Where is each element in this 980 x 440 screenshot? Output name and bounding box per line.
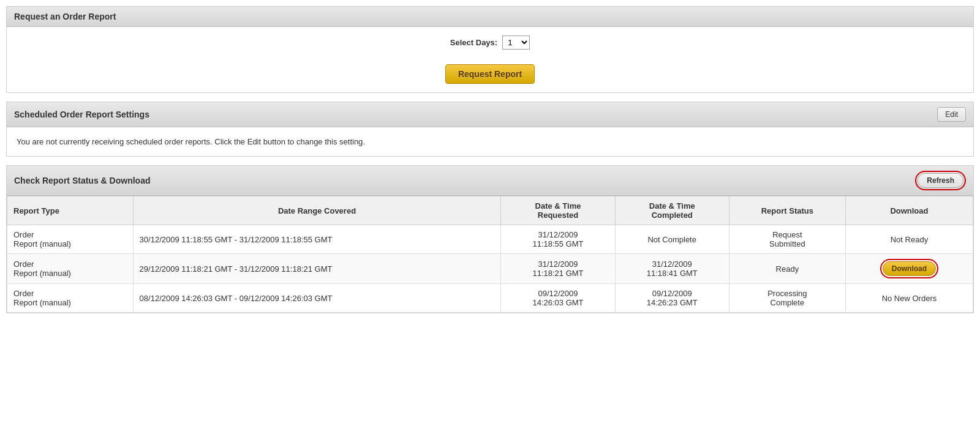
cell-report-type: Order Report (manual) [7,254,134,284]
cell-date-requested: 31/12/2009 11:18:21 GMT [501,254,615,284]
refresh-button[interactable]: Refresh [918,173,963,188]
download-button[interactable]: Download [883,261,936,276]
check-report-title: Check Report Status & Download [14,176,150,185]
cell-date-completed: 09/12/2009 14:26:23 GMT [615,284,729,313]
col-header-report-status: Report Status [729,196,845,225]
days-select[interactable]: 1 2 3 7 14 30 [502,35,530,50]
select-days-row: Select Days: 1 2 3 7 14 30 [7,27,973,58]
check-report-body: Report Type Date Range Covered Date & Ti… [7,196,973,313]
cell-download: Not Ready [845,225,973,254]
select-days-label: Select Days: [450,38,497,47]
table-row: Order Report (manual)08/12/2009 14:26:03… [7,284,973,313]
request-report-button[interactable]: Request Report [445,64,535,84]
cell-report-type: Order Report (manual) [7,225,134,254]
request-report-panel: Request an Order Report Select Days: 1 2… [6,6,974,93]
cell-date-completed: 31/12/2009 11:18:41 GMT [615,254,729,284]
col-header-date-requested: Date & TimeRequested [501,196,615,225]
request-report-row: Request Report [7,58,973,92]
cell-date-range: 30/12/2009 11:18:55 GMT - 31/12/2009 11:… [133,225,501,254]
cell-report-status: Request Submitted [729,225,845,254]
cell-download[interactable]: Download [845,254,973,284]
scheduled-report-panel: Scheduled Order Report Settings Edit You… [6,102,974,157]
col-header-download: Download [845,196,973,225]
cell-date-range: 29/12/2009 11:18:21 GMT - 31/12/2009 11:… [133,254,501,284]
table-row: Order Report (manual)29/12/2009 11:18:21… [7,254,973,284]
scheduled-report-text: You are not currently receiving schedule… [17,135,963,149]
report-status-table: Report Type Date Range Covered Date & Ti… [7,196,973,313]
cell-date-completed: Not Complete [615,225,729,254]
cell-report-status: Ready [729,254,845,284]
col-header-date-range: Date Range Covered [133,196,501,225]
scheduled-report-body: You are not currently receiving schedule… [7,127,973,156]
cell-report-type: Order Report (manual) [7,284,134,313]
check-report-panel-header: Check Report Status & Download Refresh [7,166,973,196]
col-header-date-completed: Date & TimeCompleted [615,196,729,225]
scheduled-report-panel-header: Scheduled Order Report Settings Edit [7,102,973,127]
col-header-report-type: Report Type [7,196,134,225]
edit-button[interactable]: Edit [937,107,966,122]
table-header-row: Report Type Date Range Covered Date & Ti… [7,196,973,225]
cell-date-requested: 09/12/2009 14:26:03 GMT [501,284,615,313]
check-report-panel: Check Report Status & Download Refresh R… [6,165,974,313]
request-report-title: Request an Order Report [14,12,116,21]
download-button-wrapper: Download [880,259,938,278]
cell-date-range: 08/12/2009 14:26:03 GMT - 09/12/2009 14:… [133,284,501,313]
refresh-button-wrapper: Refresh [915,171,966,190]
cell-report-status: Processing Complete [729,284,845,313]
scheduled-report-title: Scheduled Order Report Settings [14,110,149,119]
request-report-panel-header: Request an Order Report [7,7,973,27]
cell-download: No New Orders [845,284,973,313]
cell-date-requested: 31/12/2009 11:18:55 GMT [501,225,615,254]
table-row: Order Report (manual)30/12/2009 11:18:55… [7,225,973,254]
